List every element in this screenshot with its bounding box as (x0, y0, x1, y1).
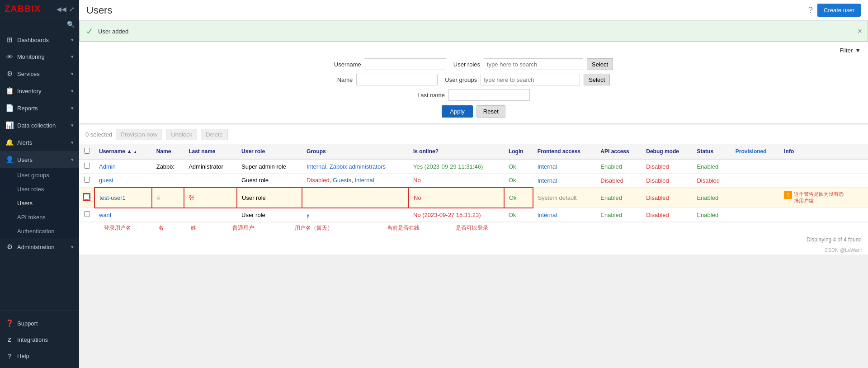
cell-provisioned (731, 208, 779, 222)
sidebar-item-label: Reports (17, 105, 38, 112)
sidebar-item-administration[interactable]: ⚙ Administration (0, 238, 79, 255)
sidebar-item-user-roles[interactable]: User roles (0, 182, 79, 196)
th-lastname: Last name (184, 144, 237, 159)
status-value: Enabled (697, 163, 718, 170)
sidebar-item-users[interactable]: 👤 Users (0, 151, 79, 168)
success-icon: ✓ (86, 26, 94, 37)
sidebar-item-label: Support (17, 320, 38, 327)
frontend-access-value[interactable]: Internal (538, 163, 557, 170)
sidebar-item-data-collection[interactable]: 📊 Data collection (0, 117, 79, 134)
sidebar-item-support[interactable]: ❓ Support (0, 315, 79, 332)
provision-now-button[interactable]: Provision now (116, 129, 162, 140)
filter-header: Filter ▼ (86, 47, 861, 54)
name-input[interactable] (356, 74, 438, 85)
row-checkbox[interactable] (84, 211, 90, 217)
user-groups-select-button[interactable]: Select (584, 74, 610, 85)
username-link[interactable]: wanf (99, 212, 111, 218)
sidebar-search-input[interactable] (5, 21, 63, 28)
sidebar-bottom: ❓ Support Z Integrations ? Help (0, 311, 79, 368)
cell-lastname: 张 (184, 188, 237, 208)
sidebar-item-api-tokens[interactable]: API tokens (0, 210, 79, 224)
filter-toggle-button[interactable]: Filter ▼ (840, 47, 861, 54)
sidebar-item-monitoring[interactable]: 👁 Monitoring (0, 48, 79, 65)
sidebar-item-alerts[interactable]: 🔔 Alerts (0, 134, 79, 151)
frontend-access-value[interactable]: Internal (538, 177, 557, 184)
lastname-input[interactable] (448, 89, 530, 101)
cell-username: Admin (94, 159, 152, 174)
row-checkbox[interactable] (84, 163, 90, 169)
group-link[interactable]: Disabled (307, 177, 330, 184)
row-checkbox-cell (79, 188, 94, 208)
table-row: test-user1 ≡ 张 User role No Ok System de… (79, 188, 868, 208)
banner-message: User added (98, 28, 128, 35)
select-all-checkbox[interactable] (84, 148, 90, 154)
filter-label: Filter (840, 47, 853, 54)
row-checkbox[interactable] (84, 177, 90, 183)
debug-mode-value: Disabled (646, 177, 669, 184)
group-link[interactable]: Guests (333, 177, 351, 184)
username-link[interactable]: guest (99, 177, 113, 184)
cell-user-role: Guest role (237, 174, 302, 188)
alerts-icon: 🔔 (5, 138, 14, 146)
unblock-button[interactable]: Unblock (166, 129, 197, 140)
is-online-annotation: 当前是否在线 (387, 224, 420, 232)
sidebar-item-inventory[interactable]: 📋 Inventory (0, 82, 79, 99)
sidebar-item-label: Administration (17, 244, 54, 250)
cell-is-online: Yes (2023-09-29 11:31:46) (409, 159, 504, 174)
status-value: Enabled (697, 194, 718, 201)
cell-groups: Internal, Zabbix administrators (302, 159, 409, 174)
reset-button[interactable]: Reset (476, 105, 505, 118)
sidebar-item-integrations[interactable]: Z Integrations (0, 332, 79, 348)
expand-icon[interactable]: ⤢ (69, 5, 75, 13)
apply-button[interactable]: Apply (442, 105, 473, 118)
is-online-value: Yes (2023-09-29 11:31:46) (413, 163, 483, 170)
table-body: Admin Zabbix Administrator Super admin r… (79, 159, 868, 222)
cell-frontend-access: Internal (533, 159, 596, 174)
user-roles-select-button[interactable]: Select (587, 58, 613, 70)
sidebar-item-user-groups[interactable]: User groups (0, 168, 79, 182)
cell-name (152, 208, 184, 222)
sidebar-item-reports[interactable]: 📄 Reports (0, 99, 79, 117)
cell-provisioned (731, 174, 779, 188)
search-icon[interactable]: 🔍 (67, 21, 75, 28)
row-checkbox[interactable] (84, 194, 90, 200)
status-value: Disabled (697, 177, 720, 184)
success-banner: ✓ User added × (79, 21, 868, 42)
group-link[interactable]: y (307, 212, 310, 218)
group-link[interactable]: Internal (354, 177, 374, 184)
username-label: Username (334, 61, 361, 68)
user-groups-input[interactable] (481, 74, 580, 85)
cell-login: Ok (504, 159, 533, 174)
th-user-role: User role (237, 144, 302, 159)
users-table: Username ▲ Name Last name User role Grou… (79, 144, 868, 222)
delete-button[interactable]: Delete (201, 129, 228, 140)
lastname-annotation-footer: 姓 (191, 224, 196, 232)
cell-api-access: Disabled (596, 174, 642, 188)
group-link[interactable]: Internal (307, 163, 326, 170)
banner-close-button[interactable]: × (857, 27, 862, 36)
group-link[interactable]: Zabbix administrators (330, 163, 386, 170)
user-roles-input[interactable] (484, 58, 583, 70)
sidebar-item-services[interactable]: ⚙ Services (0, 65, 79, 82)
user-groups-label: User groups (445, 76, 477, 83)
cell-groups: y (302, 208, 409, 222)
cell-username: wanf (94, 208, 152, 222)
username-link[interactable]: test-user1 (99, 194, 126, 201)
users-icon: 👤 (5, 156, 14, 164)
help-button[interactable]: ? (808, 5, 813, 15)
th-debug-mode: Debug mode (642, 144, 692, 159)
collapse-icon[interactable]: ◀◀ (57, 5, 66, 13)
create-user-button[interactable]: Create user (817, 4, 861, 17)
cell-provisioned (731, 159, 779, 174)
username-input[interactable] (365, 58, 446, 70)
table-row: wanf User role y No (2023-09-27 15:31:23… (79, 208, 868, 222)
help-icon: ? (5, 352, 14, 360)
frontend-access-value[interactable]: Internal (538, 212, 557, 218)
th-username[interactable]: Username ▲ (94, 144, 152, 159)
sidebar-item-users-link[interactable]: Users (0, 196, 79, 210)
username-link[interactable]: Admin (99, 163, 116, 170)
sidebar-item-help[interactable]: ? Help (0, 348, 79, 364)
page-title: Users (86, 5, 808, 16)
sidebar-item-dashboards[interactable]: ⊞ Dashboards (0, 31, 79, 48)
sidebar-item-authentication[interactable]: Authentication (0, 224, 79, 238)
